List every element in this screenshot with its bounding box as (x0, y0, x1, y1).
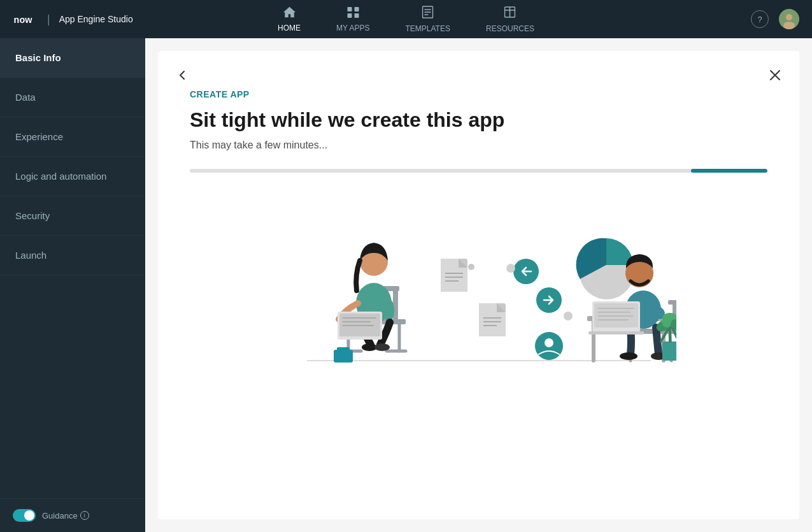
create-app-label: CREATE APP (190, 89, 767, 99)
brand-title: App Engine Studio (59, 14, 133, 24)
brand-divider: | (47, 13, 50, 26)
nav-resources[interactable]: RESOURCES (481, 3, 539, 36)
resources-icon (504, 6, 516, 22)
templates-icon (422, 6, 434, 22)
close-button[interactable] (765, 65, 785, 85)
home-icon (283, 6, 296, 21)
myapps-icon (346, 6, 359, 21)
nav-resources-label: RESOURCES (486, 24, 534, 33)
nav-home[interactable]: HOME (273, 4, 306, 35)
guidance-label: Guidance i (42, 511, 89, 521)
progress-bar-fill (691, 169, 767, 173)
svg-point-26 (374, 343, 390, 351)
svg-rect-64 (588, 331, 644, 334)
svg-point-46 (564, 312, 573, 320)
svg-rect-69 (662, 341, 676, 361)
svg-rect-2 (354, 7, 359, 11)
back-icon (176, 69, 189, 82)
content-card: CREATE APP Sit tight while we create thi… (158, 51, 799, 519)
sidebar-item-data[interactable]: Data (0, 78, 145, 117)
avatar-image (779, 9, 799, 29)
progress-bar (190, 169, 767, 173)
help-icon: ? (757, 15, 762, 24)
nav-myapps[interactable]: MY APPS (331, 4, 374, 35)
card-content: CREATE APP Sit tight while we create thi… (183, 89, 774, 370)
sidebar-item-launch[interactable]: Launch (0, 236, 145, 275)
svg-point-45 (506, 264, 515, 273)
nav-home-label: HOME (278, 24, 301, 32)
main-layout: Basic Info Data Experience Logic and aut… (0, 38, 812, 532)
now-logo: now (13, 11, 38, 27)
toggle-knob (24, 510, 34, 521)
svg-rect-1 (347, 7, 352, 11)
sidebar-nav: Basic Info Data Experience Logic and aut… (0, 38, 145, 498)
svg-rect-21 (393, 286, 398, 321)
close-icon (769, 69, 781, 81)
back-button[interactable] (172, 65, 192, 85)
sidebar: Basic Info Data Experience Logic and aut… (0, 38, 145, 532)
svg-text:now: now (14, 15, 33, 25)
nav-templates[interactable]: TEMPLATES (401, 3, 455, 36)
subtext: This may take a few minutes... (190, 140, 767, 151)
svg-rect-3 (347, 13, 352, 18)
nav-templates-label: TEMPLATES (406, 24, 450, 33)
top-navigation: now | App Engine Studio HOME MY AP (0, 0, 812, 38)
illustration-container (190, 192, 767, 370)
content-area: CREATE APP Sit tight while we create thi… (145, 38, 812, 532)
guidance-info-icon[interactable]: i (80, 511, 89, 520)
sidebar-footer: Guidance i (0, 498, 145, 532)
svg-rect-57 (668, 300, 676, 305)
svg-point-38 (468, 264, 474, 270)
sidebar-item-experience[interactable]: Experience (0, 117, 145, 157)
svg-point-13 (786, 14, 792, 20)
svg-point-73 (662, 317, 672, 327)
nav-myapps-label: MY APPS (336, 24, 369, 32)
help-button[interactable]: ? (751, 10, 769, 28)
top-nav-center: HOME MY APPS TEM (273, 3, 539, 36)
main-heading: Sit tight while we create this app (190, 108, 767, 132)
brand-area: now | App Engine Studio (13, 11, 133, 27)
svg-point-14 (783, 22, 795, 29)
sidebar-item-logic[interactable]: Logic and automation (0, 157, 145, 196)
illustration (281, 192, 676, 370)
svg-point-49 (545, 338, 553, 347)
svg-rect-4 (354, 13, 359, 18)
topnav-right: ? (751, 9, 799, 29)
sidebar-item-basic-info[interactable]: Basic Info (0, 38, 145, 78)
svg-rect-33 (337, 347, 350, 352)
svg-point-60 (620, 352, 637, 360)
guidance-toggle[interactable] (13, 509, 36, 522)
sidebar-item-security[interactable]: Security (0, 196, 145, 236)
user-avatar[interactable] (779, 9, 799, 29)
